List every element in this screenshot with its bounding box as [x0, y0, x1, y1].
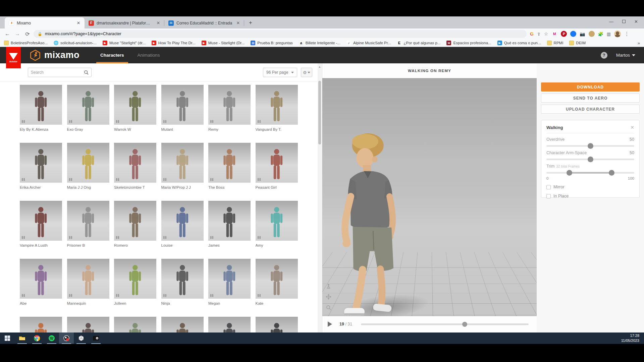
character-thumbnail[interactable] [256, 201, 298, 241]
trim-high-handle[interactable] [609, 170, 614, 176]
taskbar-obs-icon[interactable] [59, 333, 74, 344]
armspace-handle[interactable] [588, 157, 593, 162]
character-thumbnail[interactable] [114, 201, 156, 241]
bookmark-item-11[interactable]: RPMI [547, 41, 564, 45]
extensions-puzzle-icon[interactable]: 🧩 [598, 32, 603, 37]
character-thumbnail[interactable] [208, 143, 251, 183]
bookmark-item-1[interactable]: 🌐solicitud-anulacion-... [54, 41, 97, 45]
character-card-warrok-w[interactable]: Warrok W [114, 85, 156, 131]
character-thumbnail[interactable] [208, 317, 251, 333]
armspace-slider[interactable] [546, 159, 634, 160]
character-thumbnail[interactable] [67, 201, 109, 241]
character-card-louise[interactable]: Louise [161, 201, 204, 247]
bookmark-item-12[interactable]: DEIM [569, 41, 586, 45]
character-card-mutant[interactable]: Mutant [161, 85, 204, 131]
close-icon[interactable]: ✕ [634, 19, 638, 24]
character-card-maria-w-prop-j-j[interactable]: Maria W/Prop J J [161, 143, 204, 189]
character-card-erika-archer[interactable]: Erika Archer [20, 143, 62, 189]
timeline-handle[interactable] [462, 322, 467, 327]
scrollbar-thumb[interactable] [318, 81, 321, 144]
bookmark-item-3[interactable]: ▶How To Play The Dr... [152, 41, 196, 45]
ext-blue-icon[interactable] [570, 31, 576, 37]
trim-slider[interactable] [546, 172, 634, 174]
overdrive-handle[interactable] [588, 143, 593, 149]
character-card-megan[interactable]: Megan [208, 259, 251, 305]
character-card-james[interactable]: James [208, 201, 251, 247]
character-thumbnail[interactable] [67, 259, 109, 299]
orbit-icon[interactable] [326, 315, 331, 316]
character-thumbnail[interactable] [20, 317, 62, 333]
character-thumbnail[interactable] [20, 85, 62, 125]
overdrive-slider[interactable] [546, 145, 634, 147]
settings-gear-button[interactable]: ⚙ [301, 68, 312, 77]
character-card-mannequin[interactable]: Mannequin [67, 259, 109, 305]
bookmark-item-7[interactable]: ♪Alpine MusicSafe Pr... [346, 41, 391, 45]
bookmark-star-icon[interactable]: ☆ [544, 31, 548, 37]
character-thumbnail[interactable] [161, 317, 204, 333]
trim-low-handle[interactable] [567, 170, 572, 176]
user-menu[interactable]: Martos [616, 53, 635, 58]
character-card[interactable] [256, 317, 298, 333]
search-input[interactable] [31, 70, 84, 75]
character-card-peasant-girl[interactable]: Peasant Girl [256, 143, 298, 189]
character-thumbnail[interactable] [256, 143, 298, 183]
ext-shield-icon[interactable] [589, 31, 595, 37]
per-page-select[interactable]: 96 Per page [263, 68, 297, 77]
character-card[interactable] [161, 317, 204, 333]
tab-characters[interactable]: Characters [94, 47, 131, 63]
character-card-remy[interactable]: Remy [208, 85, 251, 131]
maximize-icon[interactable] [622, 20, 626, 23]
character-thumbnail[interactable] [67, 85, 109, 125]
taskbar-unity-icon[interactable] [74, 333, 89, 344]
remy-character[interactable] [331, 129, 407, 316]
bookmarks-overflow-icon[interactable]: » [638, 41, 640, 46]
character-card-maria-j-j-ong[interactable]: Maria J J Ong [67, 143, 109, 189]
viewport-canvas[interactable] [322, 78, 537, 316]
bookmark-item-10[interactable]: ▶Qué es coma o pun... [497, 41, 541, 45]
pan-icon[interactable] [326, 294, 331, 300]
search-box[interactable] [28, 68, 92, 77]
character-thumbnail[interactable] [256, 259, 298, 299]
character-thumbnail[interactable] [161, 259, 204, 299]
character-thumbnail[interactable] [114, 143, 156, 183]
mirror-checkbox[interactable] [546, 185, 551, 189]
new-tab-button[interactable]: + [246, 18, 255, 27]
refresh-icon[interactable]: ⟳ [23, 30, 32, 38]
character-card-amy[interactable]: Amy [256, 201, 298, 247]
bookmark-item-6[interactable]: aBillete Inteligente -... [299, 41, 340, 45]
tab-close-icon[interactable]: ✕ [156, 20, 161, 25]
character-card-skeletonzombie-t[interactable]: Skeletonzombie T [114, 143, 156, 189]
share-icon[interactable]: ⇪ [537, 32, 541, 37]
mixamo-brand[interactable]: mixamo [30, 50, 79, 61]
minimize-icon[interactable]: — [609, 19, 613, 24]
send-to-aero-button[interactable]: SEND TO AERO [541, 94, 640, 103]
ext-m-icon[interactable]: M [551, 31, 557, 37]
taskbar-start-icon[interactable] [0, 333, 15, 344]
character-card[interactable] [67, 317, 109, 333]
profile-avatar[interactable] [614, 31, 621, 37]
bookmark-item-4[interactable]: ▶Muse - Starlight (Dr... [202, 41, 245, 45]
character-thumbnail[interactable] [208, 85, 251, 125]
taskbar-explorer-icon[interactable] [15, 333, 30, 344]
character-thumbnail[interactable] [67, 317, 109, 333]
timeline-slider[interactable] [361, 323, 529, 325]
upload-character-button[interactable]: UPLOAD CHARACTER [541, 105, 640, 114]
address-bar[interactable]: 🔒 mixamo.com/#/?page=1&type=Character [34, 30, 527, 38]
close-icon[interactable]: ✕ [630, 125, 634, 130]
character-thumbnail[interactable] [208, 259, 251, 299]
character-card-vanguard-by-t-[interactable]: Vanguard By T. [256, 85, 298, 131]
bookmark-item-5[interactable]: ▤Prueba B: preguntas [251, 41, 293, 45]
taskbar-spotify-icon[interactable] [44, 333, 59, 344]
character-card-ely-by-k-atienza[interactable]: Ely By K.Atienza [20, 85, 62, 131]
download-button[interactable]: DOWNLOAD [541, 82, 640, 92]
help-icon[interactable]: ? [601, 52, 607, 59]
browser-tab-0[interactable]: Mixamo✕ [5, 17, 85, 28]
taskbar-clock[interactable]: 17:28 11/05/2023 [621, 333, 644, 343]
inplace-checkbox[interactable] [546, 194, 551, 198]
character-card-the-boss[interactable]: The Boss [208, 143, 251, 189]
character-thumbnail[interactable] [114, 259, 156, 299]
character-card-romero[interactable]: Romero [114, 201, 156, 247]
taskbar-controller-icon[interactable] [89, 333, 103, 344]
character-card-ninja[interactable]: Ninja [161, 259, 204, 305]
back-icon[interactable]: ← [3, 30, 11, 38]
